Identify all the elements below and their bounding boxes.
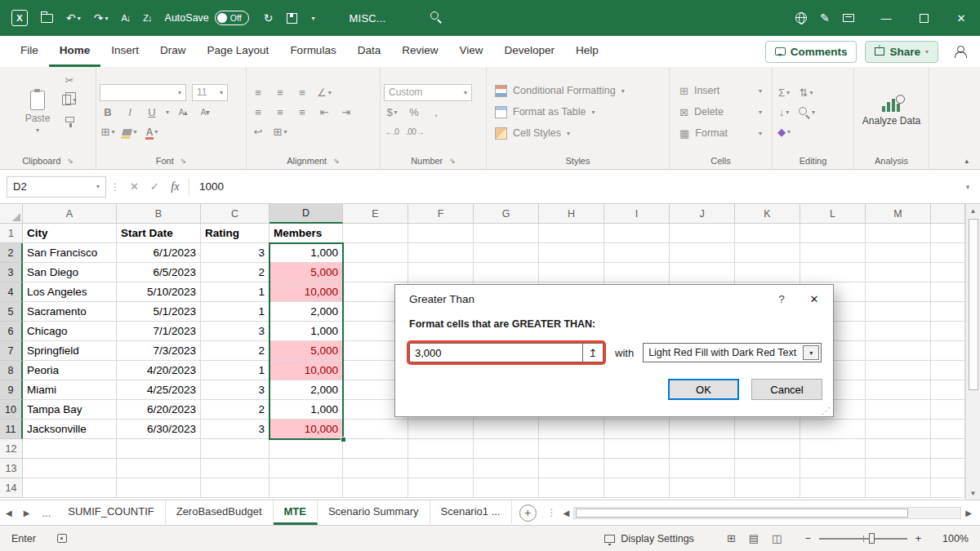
cell-E12[interactable] [343,439,408,459]
cell-B10[interactable]: 6/20/2023 [117,400,201,420]
cell-C11[interactable]: 3 [201,420,270,439]
cell-styles-button[interactable]: Cell Styles▾ [490,123,575,144]
cell-D6[interactable]: 1,000 [270,322,343,341]
cell-X9[interactable] [931,380,965,400]
name-box-splitter[interactable]: ⋮ [110,181,120,193]
column-header-e[interactable]: E [343,204,408,224]
sheet-tab-zerobasedbudget[interactable]: ZeroBasedBudget [166,500,274,525]
format-style-dropdown[interactable]: Light Red Fill with Dark Red Text ▾ [643,343,822,362]
cell-F13[interactable] [408,459,474,478]
row-header-12[interactable]: 12 [0,439,23,459]
sensitivity-button[interactable]: ◆▾ [776,123,792,140]
cell-G12[interactable] [474,439,539,459]
align-bottom-icon[interactable]: ≡ [294,84,310,100]
cell-I2[interactable] [604,243,670,263]
cell-D9[interactable]: 2,000 [270,380,343,400]
cell-B2[interactable]: 6/1/2023 [117,243,201,263]
menu-tab-file[interactable]: File [10,36,49,67]
cell-A6[interactable]: Chicago [23,322,117,341]
row-header-6[interactable]: 6 [0,322,23,341]
cell-I13[interactable] [604,459,670,478]
cell-B11[interactable]: 6/30/2023 [117,420,201,439]
menu-tab-developer[interactable]: Developer [493,36,565,67]
row-header-11[interactable]: 11 [0,420,23,439]
cell-D5[interactable]: 2,000 [270,302,343,322]
format-as-table-button[interactable]: Format as Table▾ [490,102,599,122]
row-header-2[interactable]: 2 [0,243,23,263]
cell-E11[interactable] [343,420,408,439]
cell-C14[interactable] [201,478,270,498]
page-break-view-icon[interactable]: ◫ [772,532,782,544]
cell-D4[interactable]: 10,000 [270,282,343,302]
cell-F11[interactable] [408,420,474,439]
normal-view-icon[interactable]: ⊞ [727,532,736,544]
name-box[interactable]: D2 ▾ [7,176,106,198]
cell-A11[interactable]: Jacksonville [23,420,117,439]
cell-H14[interactable] [539,478,604,498]
font-color-button[interactable]: A▾ [144,124,160,140]
cell-J3[interactable] [670,263,735,282]
share-button[interactable]: Share ▾ [865,41,938,63]
menu-tab-formulas[interactable]: Formulas [279,36,346,67]
borders-button[interactable]: ⊞▾ [100,124,116,140]
percent-style-button[interactable]: % [406,104,422,121]
cell-H13[interactable] [539,459,604,478]
cell-C1[interactable]: Rating [201,224,270,243]
row-header-9[interactable]: 9 [0,380,23,400]
cell-F3[interactable] [408,263,474,282]
cell-K2[interactable] [735,243,800,263]
cell-K1[interactable] [735,224,800,243]
row-header-5[interactable]: 5 [0,302,23,322]
cell-M2[interactable] [866,243,931,263]
cell-J14[interactable] [670,478,735,498]
menu-tab-draw[interactable]: Draw [149,36,197,67]
cell-D2[interactable]: 1,000 [270,243,343,263]
cell-C6[interactable]: 3 [201,322,270,341]
cell-G2[interactable] [474,243,539,263]
column-header-m[interactable]: M [866,204,931,224]
globe-icon[interactable] [795,12,807,24]
cell-D14[interactable] [270,478,343,498]
display-settings-button[interactable]: Display Settings [604,533,694,544]
threshold-input[interactable] [409,343,582,362]
cell-X13[interactable] [931,459,965,478]
zoom-percentage[interactable]: 100% [934,533,969,544]
cell-D7[interactable]: 5,000 [270,341,343,361]
cell-C5[interactable]: 1 [201,302,270,322]
cell-B1[interactable]: Start Date [117,224,201,243]
cell-B5[interactable]: 5/1/2023 [117,302,201,322]
decrease-indent-icon[interactable]: ⇤ [316,104,332,120]
format-painter-button[interactable] [61,111,78,127]
macro-record-icon[interactable] [57,534,67,543]
cell-B7[interactable]: 7/3/2023 [117,341,201,361]
cell-X2[interactable] [931,243,965,263]
cell-L14[interactable] [800,478,866,498]
vertical-scroll-thumb[interactable] [969,219,978,390]
cell-B13[interactable] [117,459,201,478]
sheet-tab-scenario1[interactable]: Scenario1 ... [430,500,512,525]
cancel-button[interactable]: Cancel [751,379,822,400]
row-header-4[interactable]: 4 [0,282,23,302]
cell-B14[interactable] [117,478,201,498]
zoom-slider[interactable] [819,538,907,540]
undo-button[interactable]: ↶▾ [66,11,81,24]
cell-A3[interactable]: San Diego [23,263,117,282]
column-header-h[interactable]: H [539,204,604,224]
cell-C10[interactable]: 2 [201,400,270,420]
column-header-i[interactable]: I [604,204,670,224]
cell-M13[interactable] [866,459,931,478]
cell-M4[interactable] [866,282,931,302]
copy-button[interactable]: ▾ [61,91,78,108]
menu-tab-review[interactable]: Review [391,36,448,67]
cell-A13[interactable] [23,459,117,478]
decrease-font-button[interactable]: A▾ [197,104,213,121]
cell-F14[interactable] [408,478,474,498]
cell-C13[interactable] [201,459,270,478]
horizontal-scroll-track[interactable] [573,507,961,519]
orientation-button[interactable]: ∠▾ [316,84,332,100]
autosave-toggle[interactable]: AutoSave Off [165,11,249,25]
cell-C2[interactable]: 3 [201,243,270,263]
column-header-b[interactable]: B [117,204,201,224]
fill-button[interactable]: ↓▾ [776,104,792,120]
cell-L1[interactable] [800,224,866,243]
